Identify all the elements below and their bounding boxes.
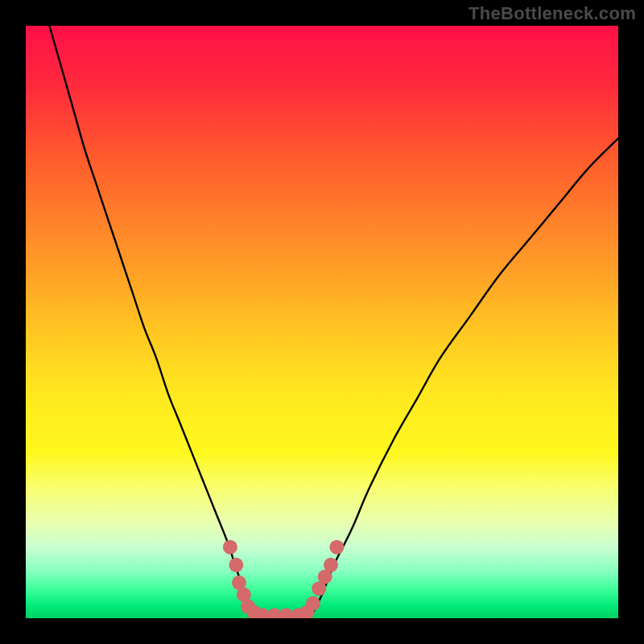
curve-right: [310, 138, 618, 618]
highlight-dot: [223, 540, 237, 555]
highlight-dot: [324, 558, 338, 572]
chart-frame: TheBottleneck.com: [0, 0, 644, 644]
highlight-markers: [223, 540, 345, 618]
highlight-dot: [306, 597, 320, 611]
highlight-dot: [229, 558, 243, 572]
plot-area: [26, 26, 618, 618]
watermark-text: TheBottleneck.com: [469, 3, 636, 24]
curve-left: [49, 26, 250, 618]
highlight-dot: [329, 540, 344, 555]
chart-svg: [26, 26, 618, 618]
